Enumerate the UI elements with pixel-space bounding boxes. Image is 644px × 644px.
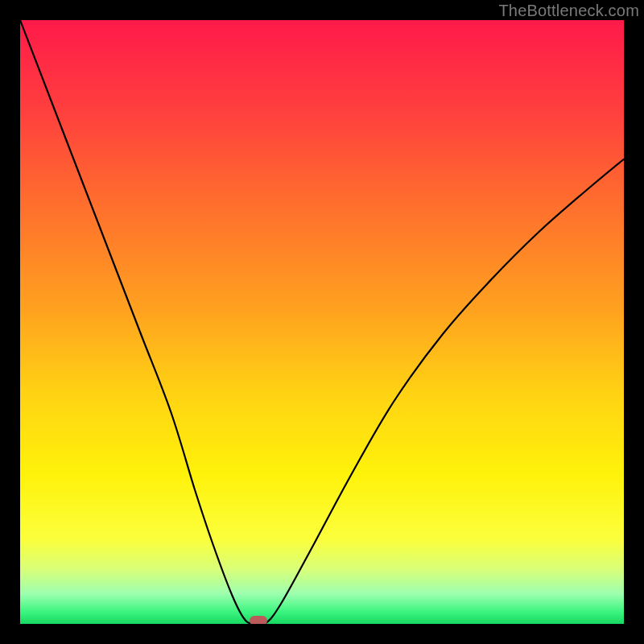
- optimal-point-marker: [250, 616, 267, 624]
- watermark-text: TheBottleneck.com: [498, 2, 639, 20]
- chart-frame: TheBottleneck.com: [0, 0, 644, 644]
- bottleneck-curve: [20, 20, 624, 624]
- curve-path: [20, 20, 624, 624]
- plot-area: [20, 20, 624, 624]
